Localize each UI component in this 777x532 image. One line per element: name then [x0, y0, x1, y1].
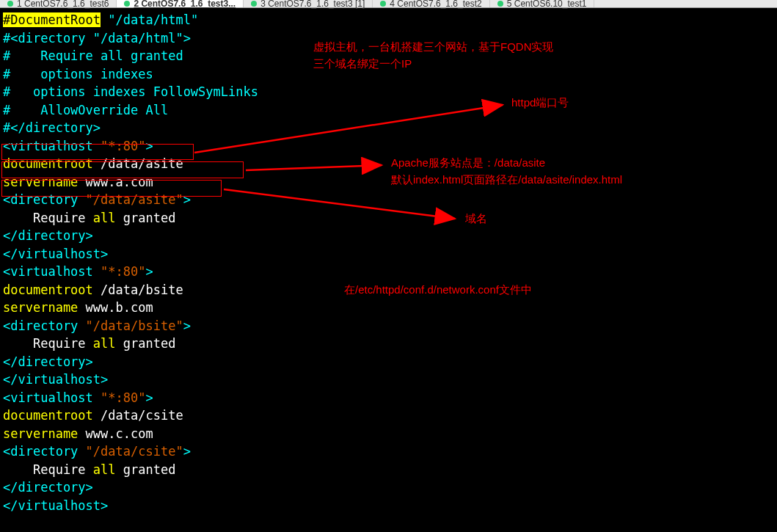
code-line: </directory> — [3, 353, 774, 371]
code-line: <directory "/data/asite"> — [3, 191, 774, 209]
annotation-domain: 域名 — [465, 212, 487, 226]
status-dot-icon — [7, 1, 13, 7]
code-line: </virtualhost> — [3, 245, 774, 263]
code-line: </directory> — [3, 227, 774, 245]
code-line: servername www.c.com — [3, 425, 774, 443]
code-line: </virtualhost> — [3, 497, 774, 515]
code-line: Require all granted — [3, 461, 774, 479]
code-line: #</directory> — [3, 119, 774, 137]
tab-3[interactable]: 3 CentOS7.6_1.6_test3 [1] — [244, 0, 373, 7]
code-line: documentroot /data/csite — [3, 407, 774, 425]
code-line: <directory "/data/bsite"> — [3, 317, 774, 335]
code-line: <virtualhost "*:80"> — [3, 389, 774, 407]
tab-4[interactable]: 4 CentOS7.6_1.6_test2 — [373, 0, 489, 7]
code-line: # options indexes FollowSymLinks — [3, 83, 774, 101]
code-editor[interactable]: #DocumentRoot "/data/html" #<directory "… — [0, 8, 777, 517]
code-line: Require all granted — [3, 209, 774, 227]
status-dot-icon — [380, 1, 386, 7]
annotation-conf-file: 在/etc/httpd/conf.d/network.conf文件中 — [344, 283, 532, 297]
code-line: #DocumentRoot "/data/html" — [3, 11, 774, 29]
code-line: </directory> — [3, 478, 774, 497]
annotation-vhost-intro-2: 三个域名绑定一个IP — [313, 57, 412, 71]
annotation-index-path: 默认index.html页面路径在/data/asite/index.html — [391, 173, 622, 187]
status-dot-icon — [497, 1, 503, 7]
code-line: # AllowOverride All — [3, 101, 774, 120]
status-dot-icon — [251, 1, 257, 7]
annotation-vhost-intro-1: 虚拟主机，一台机搭建三个网站，基于FQDN实现 — [313, 40, 554, 54]
code-line: <virtualhost "*:80"> — [3, 137, 774, 156]
status-dot-icon — [124, 1, 130, 7]
code-line: Require all granted — [3, 335, 774, 353]
tab-bar: 1 CentOS7.6_1.6_test6 2 CentOS7.6_1.6_te… — [0, 0, 777, 8]
code-line: <directory "/data/csite"> — [3, 442, 774, 461]
code-line: servername www.a.com — [3, 173, 774, 192]
annotation-apache-site: Apache服务站点是：/data/asite — [391, 156, 545, 170]
annotation-httpd-port: httpd端口号 — [511, 96, 569, 110]
code-line: </virtualhost> — [3, 371, 774, 389]
code-line: servername www.b.com — [3, 299, 774, 317]
code-line: <virtualhost "*:80"> — [3, 263, 774, 281]
tab-2[interactable]: 2 CentOS7.6_1.6_test3... — [117, 0, 244, 7]
code-line: documentroot /data/asite — [3, 155, 774, 173]
tab-5[interactable]: 5 CentOS6.10_test1 — [490, 0, 595, 7]
tab-1[interactable]: 1 CentOS7.6_1.6_test6 — [0, 0, 117, 7]
